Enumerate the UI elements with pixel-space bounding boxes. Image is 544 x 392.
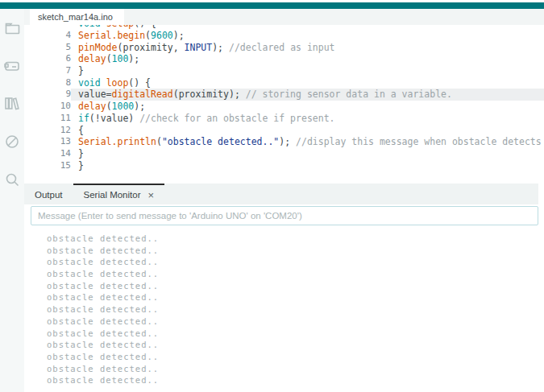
- code-token: {: [78, 125, 84, 136]
- line-number: 13: [24, 136, 71, 148]
- code-text[interactable]: {: [71, 125, 544, 137]
- bottom-panel: OutputSerial Monitor× obstacle detected.…: [24, 184, 544, 392]
- serial-output-line: obstacle detected..: [47, 291, 544, 303]
- code-token: (proximity,: [117, 42, 184, 53]
- serial-message-row: [24, 204, 544, 225]
- serial-message-input[interactable]: [31, 206, 538, 225]
- code-token: }: [78, 160, 84, 171]
- panel-tab-output[interactable]: Output: [24, 184, 73, 204]
- code-text[interactable]: if(!value) //check for an obstacle if pr…: [71, 113, 544, 125]
- debug-icon[interactable]: [0, 122, 24, 160]
- clipped-code-text: void setup() {: [24, 25, 544, 29]
- code-text[interactable]: pinMode(proximity, INPUT); //declared as…: [71, 42, 544, 54]
- code-text[interactable]: delay(1000);: [71, 101, 544, 113]
- line-number: 4: [24, 30, 71, 42]
- code-editor[interactable]: void setup() { 4Serial.begin(9600);5pinM…: [24, 25, 544, 184]
- code-token: (: [106, 101, 112, 112]
- code-token: () {: [134, 25, 156, 29]
- code-token: );: [128, 53, 139, 64]
- code-token: (!value): [89, 113, 139, 124]
- code-token: }: [78, 65, 84, 76]
- code-text-current-line[interactable]: value=digitalRead(proximity); // storing…: [71, 89, 544, 101]
- line-number: 11: [24, 113, 71, 125]
- code-token: );: [134, 101, 145, 112]
- panel-tab-label: Output: [35, 190, 63, 200]
- code-token: Serial.println: [78, 136, 156, 147]
- sketchbook-folder-icon[interactable]: [0, 9, 24, 47]
- code-token: 100: [112, 53, 129, 64]
- code-token: pinMode: [78, 42, 117, 53]
- code-token: (: [156, 136, 162, 147]
- code-line[interactable]: 10delay(1000);: [24, 101, 544, 113]
- line-number: 12: [24, 125, 71, 137]
- code-token: delay: [78, 101, 106, 112]
- code-line[interactable]: 7}: [24, 65, 544, 77]
- line-number: 8: [24, 77, 71, 89]
- panel-tab-bar: OutputSerial Monitor×: [24, 184, 538, 204]
- panel-tab-label: Serial Monitor: [84, 190, 141, 200]
- code-token: "obstacle detected..": [162, 136, 279, 147]
- editor-tab-sketch[interactable]: sketch_mar14a.ino: [30, 9, 124, 25]
- line-number: 7: [24, 65, 71, 77]
- editor-tab-strip: sketch_mar14a.ino: [0, 9, 544, 25]
- code-token: );: [279, 136, 296, 147]
- code-text[interactable]: }: [71, 160, 544, 172]
- serial-output-line: obstacle detected..: [47, 233, 544, 245]
- serial-monitor-output[interactable]: obstacle detected..obstacle detected..ob…: [24, 225, 544, 386]
- code-token: if: [78, 113, 89, 124]
- code-token: // storing sensor data in a variable.: [246, 89, 452, 100]
- code-token: void: [78, 77, 106, 89]
- code-line[interactable]: 4Serial.begin(9600);: [24, 30, 544, 42]
- code-text[interactable]: Serial.begin(9600);: [71, 30, 544, 42]
- library-manager-icon[interactable]: [0, 85, 24, 122]
- code-line[interactable]: 13Serial.println("obstacle detected..");…: [24, 136, 544, 148]
- code-token: );: [212, 42, 229, 53]
- close-icon[interactable]: ×: [147, 189, 154, 201]
- line-number: 5: [24, 42, 71, 54]
- code-token: () {: [128, 77, 151, 89]
- code-line[interactable]: 9value=digitalRead(proximity); // storin…: [24, 89, 544, 101]
- code-token: 1000: [112, 101, 135, 112]
- arduino-ide-window: sketch_mar14a.ino void setup() { 4Serial…: [0, 0, 544, 392]
- code-line[interactable]: 11if(!value) //check for an obstacle if …: [24, 113, 544, 125]
- serial-output-line: obstacle detected..: [47, 303, 544, 316]
- line-number: 10: [24, 101, 71, 113]
- code-token: }: [78, 148, 84, 159]
- code-token: //display this message when obstacle det…: [296, 136, 542, 147]
- serial-output-line: obstacle detected..: [47, 351, 544, 363]
- code-token: Serial.begin: [78, 30, 145, 41]
- serial-output-line: obstacle detected..: [47, 245, 544, 257]
- code-token: setup: [106, 25, 135, 29]
- code-line[interactable]: 15}: [24, 160, 544, 172]
- code-text[interactable]: delay(100);: [71, 53, 544, 65]
- line-number: 15: [24, 160, 71, 172]
- code-token: (: [145, 30, 151, 41]
- code-line[interactable]: 5pinMode(proximity, INPUT); //declared a…: [24, 42, 544, 54]
- code-lines: 4Serial.begin(9600);5pinMode(proximity, …: [24, 30, 544, 171]
- code-text[interactable]: }: [71, 148, 544, 160]
- boards-manager-icon[interactable]: [0, 47, 24, 85]
- code-line[interactable]: 12{: [24, 125, 544, 137]
- code-text[interactable]: Serial.println("obstacle detected.."); /…: [71, 136, 544, 148]
- line-number: 6: [24, 53, 71, 65]
- code-token: value=: [78, 89, 112, 100]
- code-token: delay: [78, 53, 106, 64]
- panel-tab-serial-monitor[interactable]: Serial Monitor×: [73, 184, 165, 204]
- search-icon[interactable]: [0, 160, 24, 198]
- serial-output-line: obstacle detected..: [47, 280, 544, 292]
- serial-output-line: obstacle detected..: [47, 363, 544, 375]
- code-token: //declared as input: [229, 42, 335, 53]
- code-line[interactable]: 8void loop() {: [24, 77, 544, 89]
- code-token: //check for an obstacle if present.: [139, 113, 334, 124]
- serial-output-line: obstacle detected..: [47, 374, 544, 386]
- code-line[interactable]: 14}: [24, 148, 544, 160]
- activity-sidebar: [0, 9, 24, 392]
- code-token: INPUT: [185, 42, 213, 53]
- code-text[interactable]: void loop() {: [71, 77, 544, 89]
- code-token: (: [106, 53, 112, 64]
- code-line[interactable]: 6delay(100);: [24, 53, 544, 65]
- code-text[interactable]: }: [71, 65, 544, 77]
- code-token: loop: [106, 77, 129, 89]
- window-top-accent-bar: [0, 2, 544, 9]
- line-number: 9: [24, 89, 71, 101]
